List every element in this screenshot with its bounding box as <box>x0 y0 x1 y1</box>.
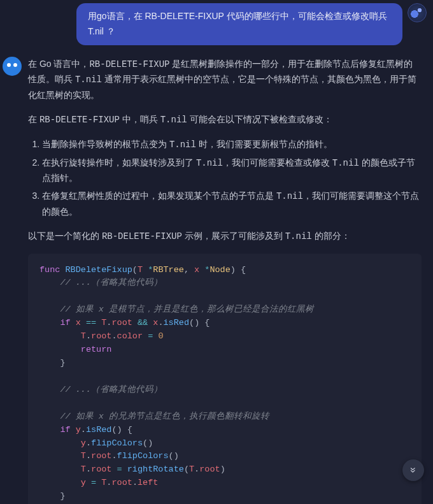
code-id: T <box>138 265 143 275</box>
code-id: y <box>81 438 86 448</box>
list-item: 当删除操作导致树的根节点变为 T.nil 时，我们需要更新根节点的指针。 <box>42 137 422 153</box>
inline-code: T.nil <box>332 158 359 168</box>
code-function: isRed <box>164 318 190 328</box>
code-op: == <box>86 318 96 328</box>
text: 可能会在以下情况下被检查或修改： <box>187 114 332 124</box>
code-keyword: func <box>39 265 60 275</box>
inline-code: RB-DELETE-FIXUP <box>89 59 169 69</box>
user-message-text: 用go语言，在 RB-DELETE-FIXUP 代码的哪些行中，可能会检查或修改… <box>88 11 387 36</box>
code-comment: // ...（省略其他代码） <box>60 385 162 394</box>
code-function: RBDeleteFixup <box>66 265 132 275</box>
code-type: RBTree <box>153 265 184 275</box>
inline-code: T.nil <box>160 115 187 125</box>
assistant-paragraph-1: 在 Go 语言中，RB-DELETE-FIXUP 是红黑树删除操作的一部分，用于… <box>28 57 422 103</box>
code-function: flipColors <box>117 451 169 461</box>
inline-code: T.nil <box>169 140 196 150</box>
list-item: 在执行旋转操作时，如果旋转涉及到了 T.nil，我们可能需要检查或修改 T.ni… <box>42 155 422 187</box>
code-id: left <box>138 478 158 487</box>
code-id: root <box>91 331 111 341</box>
code-id: y <box>81 478 86 487</box>
assistant-paragraph-2: 在 RB-DELETE-FIXUP 中，哨兵 T.nil 可能会在以下情况下被检… <box>28 112 422 128</box>
code-op: && <box>138 318 148 328</box>
code-function: rightRotate <box>127 464 184 474</box>
scroll-to-bottom-button[interactable]: » <box>402 459 424 481</box>
code-id: T <box>189 464 194 474</box>
code-id: y <box>76 425 81 435</box>
code-op: = <box>117 464 122 474</box>
code-type: Node <box>209 265 230 275</box>
code-keyword: return <box>81 345 112 354</box>
inline-code: T.nil <box>276 191 303 201</box>
code-id: T <box>81 451 86 461</box>
code-id: T <box>81 331 86 341</box>
code-block[interactable]: func RBDeleteFixup(T *RBTree, x *Node) {… <box>28 254 422 504</box>
code-id: root <box>91 451 111 461</box>
code-id: T <box>81 464 86 474</box>
code-function: flipColors <box>91 438 143 448</box>
inline-code: T.nil <box>196 158 223 168</box>
inline-code: T.nil <box>75 75 102 85</box>
assistant-message-row: 在 Go 语言中，RB-DELETE-FIXUP 是红黑树删除操作的一部分，用于… <box>0 45 433 504</box>
code-id: root <box>91 464 111 474</box>
text: 以下是一个简化的 <box>28 231 102 241</box>
code-id: root <box>199 464 220 474</box>
assistant-ordered-list: 当删除操作导致树的根节点变为 T.nil 时，我们需要更新根节点的指针。 在执行… <box>28 137 422 220</box>
assistant-paragraph-3: 以下是一个简化的 RB-DELETE-FIXUP 示例，展示了可能涉及到 T.n… <box>28 229 422 245</box>
code-function: isRed <box>86 425 112 435</box>
code-id: root <box>111 318 132 328</box>
code-id: x <box>194 265 199 275</box>
code-number: 0 <box>158 331 163 341</box>
code-id: color <box>117 331 143 341</box>
code-op: = <box>91 478 96 487</box>
code-comment: // 如果 x 的兄弟节点是红色，执行颜色翻转和旋转 <box>60 412 269 421</box>
text: 在 Go 语言中， <box>28 59 89 69</box>
inline-code: RB-DELETE-FIXUP <box>39 115 120 125</box>
user-message-bubble: 用go语言，在 RB-DELETE-FIXUP 代码的哪些行中，可能会检查或修改… <box>76 3 402 45</box>
user-avatar <box>408 3 427 22</box>
user-message-row: 用go语言，在 RB-DELETE-FIXUP 代码的哪些行中，可能会检查或修改… <box>76 0 433 45</box>
code-id: root <box>111 478 132 487</box>
list-item: 在修复红黑树性质的过程中，如果发现某个节点的子节点是 T.nil，我们可能需要调… <box>42 189 422 220</box>
code-comment: // 如果 x 是根节点，并且是红色，那么树已经是合法的红黑树 <box>60 305 314 314</box>
text: 中，哨兵 <box>120 114 160 124</box>
assistant-message-body: 在 Go 语言中，RB-DELETE-FIXUP 是红黑树删除操作的一部分，用于… <box>28 57 427 504</box>
code-id: x <box>76 318 81 328</box>
text: 示例，展示了可能涉及到 <box>182 231 285 241</box>
inline-code: RB-DELETE-FIXUP <box>102 231 182 241</box>
assistant-avatar <box>3 57 22 76</box>
code-op: = <box>148 331 153 341</box>
code-keyword: if <box>60 425 70 435</box>
text: 在执行旋转操作时，如果旋转涉及到了 <box>42 157 196 168</box>
code-comment: // ...（省略其他代码） <box>60 278 162 287</box>
text: 当删除操作导致树的根节点变为 <box>42 139 169 149</box>
text: ，我们可能需要检查或修改 <box>223 157 332 168</box>
code-keyword: if <box>60 318 70 328</box>
inline-code: T.nil <box>285 231 312 241</box>
text: 时，我们需要更新根节点的指针。 <box>196 139 332 149</box>
text: 的部分： <box>312 231 350 241</box>
chevron-double-down-icon: » <box>404 468 422 473</box>
text: 在修复红黑树性质的过程中，如果发现某个节点的子节点是 <box>42 191 276 201</box>
text: 在 <box>28 114 39 124</box>
